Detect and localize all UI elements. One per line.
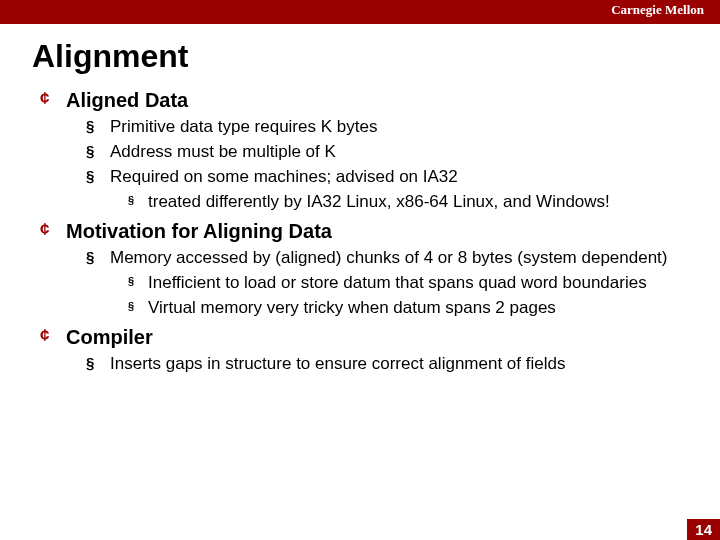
sub-bullet-text: Inefficient to load or store datum that … [148,273,647,292]
section-heading: Aligned Data [66,89,188,112]
section-items: Memory accessed by (aligned) chunks of 4… [66,247,688,320]
sub-bullet-text: Virtual memory very tricky when datum sp… [148,298,556,317]
bullet-item: Primitive data type requires K bytes [86,116,688,139]
institution-label: Carnegie Mellon [611,2,704,18]
bullet-item: Inserts gaps in structure to ensure corr… [86,353,688,376]
header-banner: Carnegie Mellon [0,0,720,24]
slide-title: Alignment [0,24,720,85]
bullet-item: Memory accessed by (aligned) chunks of 4… [86,247,688,320]
bullet-text: Required on some machines; advised on IA… [110,167,458,186]
bullet-text: Address must be multiple of K [110,142,336,161]
sub-bullet-item: Inefficient to load or store datum that … [128,272,688,295]
slide-content: Aligned Data Primitive data type require… [0,85,720,376]
bullet-item: Address must be multiple of K [86,141,688,164]
section: Compiler Inserts gaps in structure to en… [32,326,688,376]
sub-items: Inefficient to load or store datum that … [110,272,688,320]
section-heading: Motivation for Aligning Data [66,220,332,243]
bullet-text: Memory accessed by (aligned) chunks of 4… [110,248,668,267]
section-items: Inserts gaps in structure to ensure corr… [66,353,688,376]
bullet-text: Primitive data type requires K bytes [110,117,377,136]
page-number: 14 [687,519,720,540]
section-items: Primitive data type requires K bytes Add… [66,116,688,214]
sub-bullet-item: Virtual memory very tricky when datum sp… [128,297,688,320]
section: Aligned Data Primitive data type require… [32,89,688,214]
bullet-text: Inserts gaps in structure to ensure corr… [110,354,565,373]
outline-list: Aligned Data Primitive data type require… [32,89,688,376]
sub-items: treated differently by IA32 Linux, x86-6… [110,191,688,214]
sub-bullet-item: treated differently by IA32 Linux, x86-6… [128,191,688,214]
sub-bullet-text: treated differently by IA32 Linux, x86-6… [148,192,610,211]
section: Motivation for Aligning Data Memory acce… [32,220,688,320]
section-heading: Compiler [66,326,153,349]
bullet-item: Required on some machines; advised on IA… [86,166,688,214]
